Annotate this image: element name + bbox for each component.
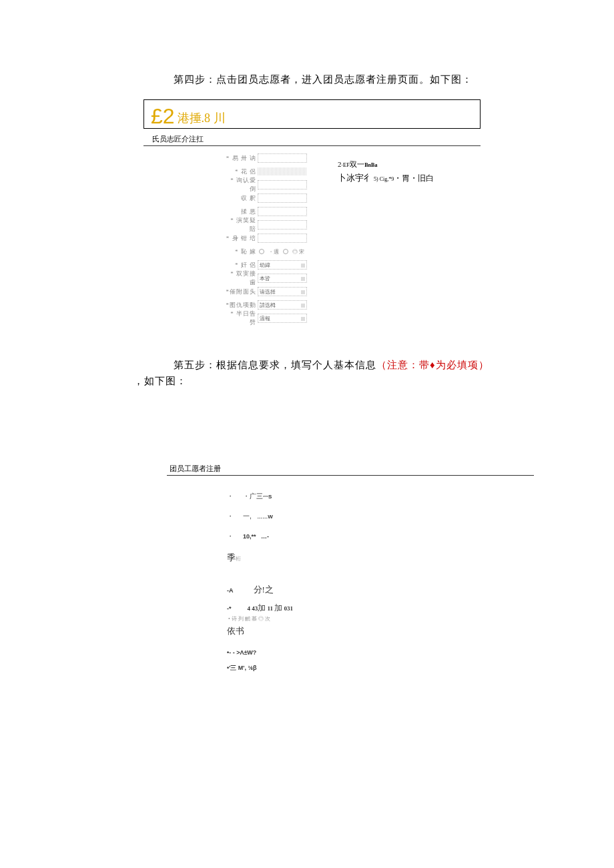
form2-row: •'三 M', ⅛β <box>227 664 614 673</box>
radio-label: ◎ 宋 <box>292 248 304 256</box>
text-input[interactable] <box>258 220 307 230</box>
section1-underline <box>143 145 481 146</box>
side-note-line: 2·EF双一BnBa <box>338 159 434 169</box>
form-row: 収 釈 <box>224 193 307 203</box>
form2-text: 季桁 <box>227 552 241 564</box>
form-row: * 恥 嫁 ・週 ◎ 宋 <box>224 246 307 257</box>
field-label: * 奸 侶 <box>224 261 256 270</box>
field-label: * 双実接歯 <box>224 270 256 287</box>
field-label: * 询认愛倒 <box>224 176 256 193</box>
step5-note: （注意：带♦为必填项） <box>376 360 489 370</box>
text-input[interactable] <box>258 234 307 243</box>
section2-underline <box>167 475 534 476</box>
field-label: 収 釈 <box>224 194 256 203</box>
form2-text: •- - >Λ±W? <box>227 649 256 656</box>
form-row: 揉 悪 <box>224 206 307 217</box>
step5-suffix: ，如下图： <box>133 373 614 389</box>
radio-label: ・週 <box>268 248 279 256</box>
form-row: * 花 侶 <box>224 166 307 177</box>
form2-area: ・ ・广三一S ・ 一, ……W ・ 10,** …- 季桁 -A 分!之 -*… <box>227 492 614 673</box>
note-text: ·EF <box>342 161 350 168</box>
form2-text: •'三 M', ⅛β <box>227 664 256 673</box>
field-label: * 演笑疑賠 <box>224 216 256 234</box>
select-input[interactable]: 請选栂 <box>258 300 307 310</box>
text-input[interactable] <box>258 153 307 163</box>
form2-text: 一, ……W <box>243 512 273 521</box>
step5-block: 第五步：根据信息要求，填写个人基本信息（注意：带♦为必填项） ，如下图： <box>174 357 614 389</box>
bullet-icon: ・ <box>227 492 234 501</box>
field-label: * 花 侶 <box>224 167 256 176</box>
step5-prefix: 第五步：根据信息要求，填写个人基本信息 <box>174 360 376 370</box>
password-input[interactable] <box>258 167 307 175</box>
note-text: ・胃・旧白 <box>394 173 434 183</box>
field-label: *催附面头 <box>224 288 256 296</box>
form2-text: 依书 <box>227 625 244 637</box>
radio-group[interactable]: ・週 ◎ 宋 <box>259 248 304 256</box>
field-label: 揉 悪 <box>224 207 256 216</box>
text-input[interactable] <box>258 207 307 216</box>
radio-icon <box>259 249 264 254</box>
form2-text: 10,** …- <box>243 533 269 540</box>
note-text: 卜冰宇彳 <box>338 173 372 183</box>
form2-row: •- - >Λ±W? <box>227 649 614 656</box>
header-cn-text: 港捶.8 川 <box>178 110 226 126</box>
note-text: 双一 <box>350 160 364 168</box>
form2-text: -A <box>227 587 234 594</box>
note-text: BnBa <box>364 162 377 168</box>
form-row: * 奸 侶幼緯 <box>224 260 307 270</box>
form2-text: ・广三一S <box>243 492 272 501</box>
form2-text: 4 43加 11 加 031 <box>248 602 294 614</box>
field-label: * 易 卅 讷 <box>224 154 256 163</box>
header-box: £2 港捶.8 川 <box>143 99 481 129</box>
form2-text: -* <box>227 605 232 612</box>
form-row: *催附面头请选择 <box>224 286 307 297</box>
bullet-icon: ・ <box>227 512 234 521</box>
note-text: 5) Cig,*9 <box>372 176 394 182</box>
header-symbol: £2 <box>151 104 175 129</box>
form-row: * 身 钳 培 <box>224 233 307 244</box>
select-input[interactable]: 请选择 <box>258 287 307 296</box>
text-input[interactable] <box>258 193 307 203</box>
text-input[interactable] <box>258 180 307 189</box>
form2-row: 季桁 <box>227 552 614 564</box>
field-label: * 半日告劈 <box>224 310 256 327</box>
form-row: * 半日告劈温報 <box>224 313 307 324</box>
form2-row: ・ 一, ……W <box>227 512 614 521</box>
form2-text: 分!之 <box>254 584 274 596</box>
form2-row: ・ 10,** …- <box>227 532 614 541</box>
field-label: * 恥 嫁 <box>224 248 256 256</box>
form2-row: -A 分!之 <box>227 584 614 596</box>
form2-row: 依书 <box>227 625 614 637</box>
field-label: *图仇项動 <box>224 301 256 310</box>
step4-text: 第四步：点击团员志愿者，进入团员志愿者注册页面。如下图： <box>174 73 614 86</box>
side-notes: 2·EF双一BnBa 卜冰宇彳 5) Cig,*9・胃・旧白 <box>338 153 434 326</box>
form-row: * 易 卅 讷 <box>224 153 307 163</box>
section2-title: 团员工愿者注册 <box>170 464 614 474</box>
form1-column: * 易 卅 讷 * 花 侶 * 询认愛倒 収 釈 揉 悪 * 演笑疑賠 * 身 … <box>224 153 307 326</box>
side-note-line: 卜冰宇彳 5) Cig,*9・胃・旧白 <box>338 172 434 184</box>
form-row: * 演笑疑賠 <box>224 220 307 230</box>
select-input[interactable]: 幼緯 <box>258 260 307 270</box>
form-row: * 双実接歯本皆 <box>224 273 307 284</box>
radio-icon <box>283 249 288 254</box>
field-label: * 身 钳 培 <box>224 234 256 243</box>
form-row: *图仇项動請选栂 <box>224 300 307 310</box>
form2-subtext: • 诗 列 鹂 慕 ◎ 次 <box>228 615 614 622</box>
select-input[interactable]: 本皆 <box>258 274 307 283</box>
form-row: * 询认愛倒 <box>224 179 307 190</box>
section1-title: 氏员志匠介注扛 <box>152 134 614 145</box>
form2-row: ・ ・广三一S <box>227 492 614 501</box>
select-input[interactable]: 温報 <box>258 314 307 323</box>
bullet-icon: ・ <box>227 532 234 541</box>
form2-row: -* 4 43加 11 加 031 <box>227 602 614 614</box>
form1-area: * 易 卅 讷 * 花 侶 * 询认愛倒 収 釈 揉 悪 * 演笑疑賠 * 身 … <box>224 153 614 326</box>
